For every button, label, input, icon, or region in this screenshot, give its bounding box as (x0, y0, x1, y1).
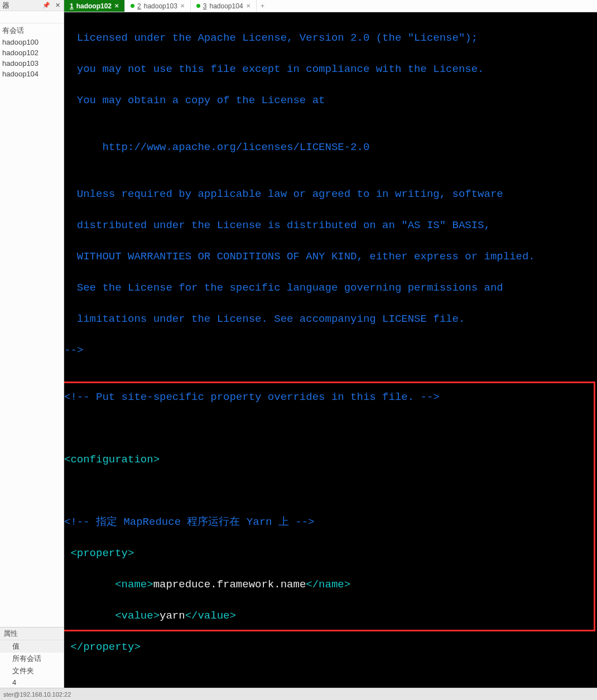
code-line (64, 483, 597, 499)
status-dot-icon (196, 4, 200, 8)
properties-row: 值 (0, 640, 64, 653)
code-line: limitations under the License. See accom… (64, 311, 597, 327)
tab-label: hadoop102 (76, 2, 112, 10)
code-line: You may obtain a copy of the License at (64, 93, 597, 108)
tab-label: hadoop104 (210, 2, 243, 10)
status-bar-text: ster@192.168.10.102:22 (3, 691, 71, 698)
status-bar: ster@192.168.10.102:22 (0, 688, 597, 700)
code-line: <property> (64, 545, 597, 561)
properties-row: 所有会话 (0, 653, 64, 665)
code-line (64, 421, 597, 436)
properties-panel: 属性 值 所有会话 文件夹 4 (0, 627, 64, 688)
code-line: <value>yarn</value> (64, 608, 597, 624)
tab-hotkey: 2 (137, 2, 141, 10)
pin-icon[interactable]: 📌 (42, 2, 50, 9)
tab-hadoop102[interactable]: 1 hadoop102 ✕ (64, 0, 125, 12)
tab-hotkey: 1 (70, 2, 74, 10)
tab-bar: 1 hadoop102 ✕ 2 hadoop103 ✕ 3 hadoop104 … (64, 0, 597, 12)
highlight-annotation (64, 382, 595, 631)
tree-item[interactable]: 有会话 (0, 25, 64, 37)
tab-hadoop104[interactable]: 3 hadoop104 ✕ (191, 0, 257, 12)
code-line: http://www.apache.org/licenses/LICENSE-2… (64, 139, 597, 155)
tree-item[interactable]: hadoop103 (0, 58, 64, 69)
session-tree: 有会话 hadoop100 hadoop102 hadoop103 hadoop… (0, 23, 64, 627)
properties-row: 4 (0, 677, 64, 688)
code-line: <!-- Put site-specific property override… (64, 389, 597, 405)
code-line: Unless required by applicable law or agr… (64, 186, 597, 202)
tree-item[interactable]: hadoop100 (0, 37, 64, 47)
code-line: <name>mapreduce.framework.name</name> (64, 577, 597, 592)
tab-close-icon[interactable]: ✕ (180, 3, 185, 9)
sidebar-header: 器 📌 ✕ (0, 0, 64, 11)
tab-add-button[interactable]: + (257, 0, 269, 12)
tab-label: hadoop103 (144, 2, 177, 10)
tab-close-icon[interactable]: ✕ (114, 3, 119, 9)
status-dot-icon (131, 4, 134, 8)
properties-title: 属性 (0, 627, 64, 640)
code-line (64, 670, 597, 686)
terminal[interactable]: Licensed under the Apache License, Versi… (64, 12, 597, 688)
code-line: WITHOUT WARRANTIES OR CONDITIONS OF ANY … (64, 249, 597, 264)
tab-close-icon[interactable]: ✕ (246, 3, 251, 9)
code-line: <!-- 指定 MapReduce 程序运行在 Yarn 上 --> (64, 514, 597, 530)
sidebar: 器 📌 ✕ 🔍 有会话 hadoop100 hadoop102 hadoop10… (0, 0, 64, 688)
tab-hadoop103[interactable]: 2 hadoop103 ✕ (125, 0, 191, 12)
code-line: <configuration> (64, 452, 597, 467)
code-line: --> (64, 342, 597, 358)
code-line: you may not use this file except in comp… (64, 61, 597, 77)
code-line: distributed under the License is distrib… (64, 218, 597, 233)
main-area: 1 hadoop102 ✕ 2 hadoop103 ✕ 3 hadoop104 … (64, 0, 597, 688)
sidebar-header-label: 器 (2, 1, 9, 11)
code-line: Licensed under the Apache License, Versi… (64, 30, 597, 46)
tab-hotkey: 3 (203, 2, 207, 10)
tree-item[interactable]: hadoop102 (0, 47, 64, 58)
properties-row: 文件夹 (0, 665, 64, 677)
sidebar-search: 🔍 (0, 11, 64, 23)
code-line: See the License for the specific languag… (64, 280, 597, 296)
code-line: </property> (64, 639, 597, 655)
tree-item[interactable]: hadoop104 (0, 69, 64, 79)
close-icon[interactable]: ✕ (54, 2, 61, 9)
